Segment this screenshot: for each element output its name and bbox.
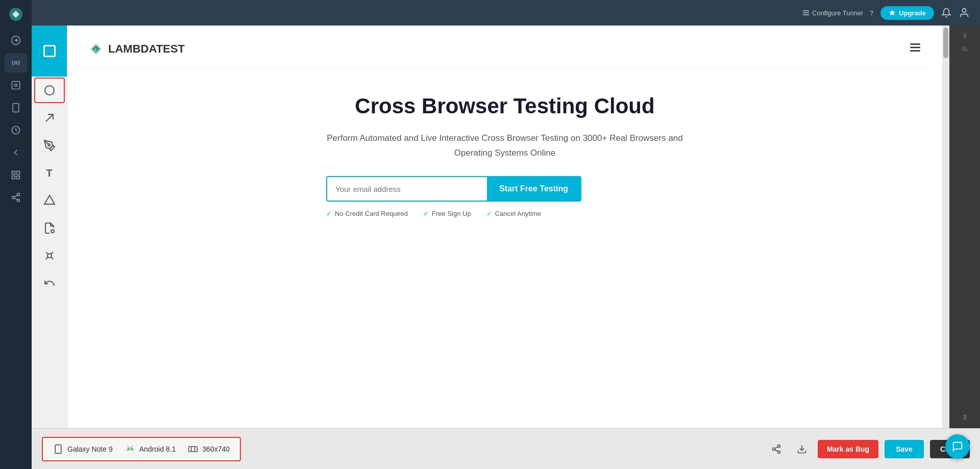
page-content: L LAMBDATEST Cross Browser Testing Cloud bbox=[67, 26, 942, 428]
lt-menu-icon[interactable] bbox=[909, 41, 922, 57]
sidebar-nav-clock[interactable] bbox=[5, 120, 27, 140]
svg-line-16 bbox=[14, 198, 17, 200]
right-panel-item-9: 9 bbox=[961, 31, 968, 41]
chat-bubble[interactable] bbox=[945, 434, 970, 459]
tool-shapes[interactable] bbox=[34, 188, 65, 213]
save-button[interactable]: Save bbox=[885, 440, 924, 458]
top-bar: Configure Tunnel ? Upgrade bbox=[32, 0, 980, 26]
svg-line-47 bbox=[775, 447, 778, 448]
user-avatar[interactable] bbox=[959, 7, 970, 18]
notification-bell[interactable] bbox=[941, 8, 951, 18]
main-area: Configure Tunnel ? Upgrade bbox=[32, 0, 980, 469]
upgrade-button[interactable]: Upgrade bbox=[880, 6, 934, 20]
lt-header: L LAMBDATEST bbox=[78, 36, 932, 68]
resolution-icon bbox=[188, 444, 198, 454]
right-panel-item-3: 3 bbox=[961, 412, 969, 423]
tool-fill[interactable] bbox=[34, 215, 65, 241]
svg-point-25 bbox=[47, 254, 52, 258]
svg-point-13 bbox=[17, 193, 20, 196]
svg-line-46 bbox=[775, 450, 778, 451]
svg-rect-12 bbox=[17, 176, 20, 179]
svg-rect-6 bbox=[13, 104, 19, 112]
svg-line-26 bbox=[45, 252, 47, 254]
device-name-label: Galaxy Note 9 bbox=[67, 445, 113, 453]
svg-point-43 bbox=[777, 445, 780, 447]
svg-text:L: L bbox=[95, 47, 97, 52]
download-button[interactable] bbox=[792, 439, 812, 459]
os-version-item: Android 8.1 bbox=[125, 444, 176, 454]
svg-rect-9 bbox=[12, 171, 15, 175]
tool-pen[interactable] bbox=[34, 133, 65, 158]
svg-rect-40 bbox=[189, 447, 198, 452]
right-panel: 9 XL 3 bbox=[949, 26, 980, 428]
device-info-box: Galaxy Note 9 Android 8.1 360x740 bbox=[42, 437, 241, 461]
svg-point-14 bbox=[12, 196, 15, 199]
configure-tunnel-link[interactable]: Configure Tunnel bbox=[802, 9, 863, 17]
os-version-label: Android 8.1 bbox=[139, 445, 176, 453]
svg-point-3 bbox=[15, 62, 17, 64]
scrollbar-thumb[interactable] bbox=[943, 28, 948, 58]
svg-point-19 bbox=[962, 9, 966, 12]
help-button[interactable]: ? bbox=[870, 9, 873, 17]
svg-point-5 bbox=[15, 84, 17, 87]
tool-bug[interactable] bbox=[34, 243, 65, 268]
sidebar-nav-device[interactable] bbox=[5, 98, 27, 117]
svg-line-38 bbox=[128, 446, 129, 447]
footer-note-1: ✓ No Credit Card Required bbox=[326, 210, 408, 217]
mark-bug-button[interactable]: Mark as Bug bbox=[818, 440, 878, 458]
tool-circle[interactable] bbox=[34, 78, 65, 103]
svg-marker-18 bbox=[889, 10, 895, 15]
sidebar-nav-forward[interactable] bbox=[5, 31, 27, 50]
bottom-bar: Galaxy Note 9 Android 8.1 360x740 bbox=[32, 428, 980, 469]
sidebar-nav-share[interactable] bbox=[5, 188, 27, 207]
tool-text[interactable]: T bbox=[34, 160, 65, 186]
sidebar-nav-apps[interactable] bbox=[5, 165, 27, 185]
svg-point-36 bbox=[128, 449, 129, 450]
footer-note-3: ✓ Cancel Anytime bbox=[486, 210, 541, 217]
share-button[interactable] bbox=[767, 439, 786, 459]
email-input[interactable] bbox=[327, 178, 487, 201]
right-panel-item-xl: XL bbox=[960, 44, 970, 54]
tool-select[interactable] bbox=[34, 38, 65, 64]
svg-point-45 bbox=[777, 451, 780, 453]
resolution-item: 360x740 bbox=[188, 444, 230, 454]
svg-rect-11 bbox=[12, 176, 15, 179]
device-name-item: Galaxy Note 9 bbox=[53, 444, 113, 454]
lt-cta-container: Start Free Testing bbox=[326, 176, 581, 202]
check-icon-1: ✓ bbox=[326, 210, 332, 217]
lt-footer-notes: ✓ No Credit Card Required ✓ Free Sign Up… bbox=[326, 210, 683, 217]
lt-hero-section: Cross Browser Testing Cloud Perform Auto… bbox=[326, 83, 683, 233]
sidebar-nav-back[interactable] bbox=[5, 143, 27, 162]
tool-arrow[interactable] bbox=[34, 105, 65, 131]
svg-rect-10 bbox=[17, 171, 20, 175]
check-icon-3: ✓ bbox=[486, 210, 492, 217]
svg-point-23 bbox=[48, 144, 50, 146]
sidebar-nav-live[interactable] bbox=[5, 53, 27, 72]
scrollbar[interactable] bbox=[942, 26, 949, 428]
resolution-label: 360x740 bbox=[202, 445, 230, 453]
phone-icon bbox=[53, 444, 63, 454]
app-logo[interactable] bbox=[7, 5, 25, 23]
footer-note-2: ✓ Free Sign Up bbox=[423, 210, 471, 217]
svg-point-44 bbox=[772, 448, 775, 450]
svg-rect-20 bbox=[44, 46, 55, 57]
svg-point-15 bbox=[17, 199, 20, 202]
svg-point-37 bbox=[131, 449, 132, 450]
lt-hero-description: Perform Automated and Live Interactive C… bbox=[326, 131, 683, 161]
lt-hero-title: Cross Browser Testing Cloud bbox=[326, 93, 683, 119]
start-free-testing-button[interactable]: Start Free Testing bbox=[487, 177, 580, 201]
tool-panel: T bbox=[32, 26, 67, 428]
sidebar-nav-screenshot[interactable] bbox=[5, 76, 27, 95]
app-sidebar bbox=[0, 0, 32, 469]
svg-rect-4 bbox=[12, 82, 20, 89]
bottom-actions: Mark as Bug Save Close bbox=[767, 439, 970, 459]
svg-line-29 bbox=[45, 257, 47, 259]
tool-undo[interactable] bbox=[34, 270, 65, 296]
svg-point-21 bbox=[45, 86, 54, 95]
tool-panel-top bbox=[32, 26, 67, 77]
svg-marker-24 bbox=[44, 195, 55, 204]
svg-line-22 bbox=[46, 114, 53, 121]
svg-line-39 bbox=[132, 446, 133, 447]
android-icon bbox=[125, 444, 135, 454]
lt-logo: L LAMBDATEST bbox=[88, 41, 185, 57]
